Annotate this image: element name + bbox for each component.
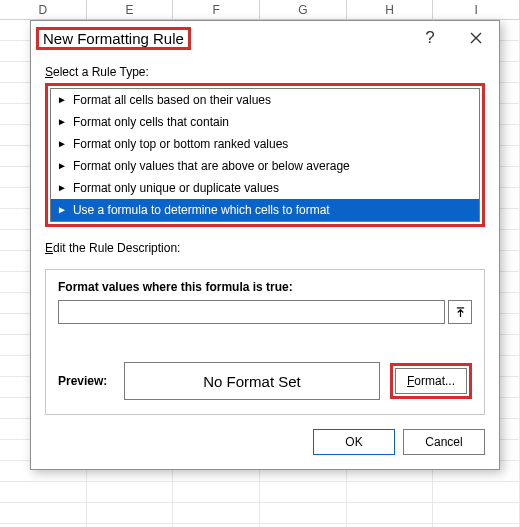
collapse-dialog-button[interactable]	[448, 300, 472, 324]
arrow-icon: ►	[57, 183, 67, 193]
cell[interactable]	[87, 503, 174, 523]
close-button[interactable]	[453, 23, 499, 53]
rule-type-item[interactable]: ►Format only top or bottom ranked values	[51, 133, 479, 155]
arrow-icon: ►	[57, 139, 67, 149]
format-button[interactable]: Format...	[395, 368, 467, 394]
rule-type-item[interactable]: ►Use a formula to determine which cells …	[51, 199, 479, 221]
cell[interactable]	[173, 503, 260, 523]
arrow-icon: ►	[57, 95, 67, 105]
rule-type-item[interactable]: ►Format only values that are above or be…	[51, 155, 479, 177]
rule-type-label: Format only values that are above or bel…	[73, 159, 350, 173]
column-header[interactable]: H	[347, 0, 434, 19]
new-formatting-rule-dialog: New Formatting Rule ? Select a Rule Type…	[30, 20, 500, 470]
cancel-button[interactable]: Cancel	[403, 429, 485, 455]
rule-type-list[interactable]: ►Format all cells based on their values►…	[50, 88, 480, 222]
formula-heading: Format values where this formula is true…	[58, 280, 472, 294]
cell[interactable]	[347, 503, 434, 523]
cell[interactable]	[347, 482, 434, 502]
column-header[interactable]: F	[173, 0, 260, 19]
dialog-title: New Formatting Rule	[39, 29, 188, 48]
cell[interactable]	[433, 482, 520, 502]
column-header-row: DEFGHI	[0, 0, 520, 20]
rule-type-item[interactable]: ►Format only cells that contain	[51, 111, 479, 133]
arrow-icon: ►	[57, 205, 67, 215]
cell[interactable]	[0, 482, 87, 502]
collapse-icon	[455, 307, 466, 318]
rule-type-label: Format all cells based on their values	[73, 93, 271, 107]
rule-type-item[interactable]: ►Format only unique or duplicate values	[51, 177, 479, 199]
help-button[interactable]: ?	[407, 23, 453, 53]
rule-type-item[interactable]: ►Format all cells based on their values	[51, 89, 479, 111]
column-header[interactable]: E	[87, 0, 174, 19]
cell[interactable]	[260, 482, 347, 502]
edit-rule-description-label: Edit the Rule Description:	[45, 241, 485, 255]
rule-description-box: Format values where this formula is true…	[45, 269, 485, 415]
cell[interactable]	[173, 482, 260, 502]
close-icon	[470, 32, 482, 44]
cell[interactable]	[87, 482, 174, 502]
rule-type-label: Format only cells that contain	[73, 115, 229, 129]
column-header[interactable]: G	[260, 0, 347, 19]
formula-input[interactable]	[58, 300, 445, 324]
rule-type-label: Format only top or bottom ranked values	[73, 137, 288, 151]
column-header[interactable]: I	[433, 0, 520, 19]
arrow-icon: ►	[57, 117, 67, 127]
cell[interactable]	[260, 503, 347, 523]
rule-type-label: Use a formula to determine which cells t…	[73, 203, 330, 217]
preview-box: No Format Set	[124, 362, 380, 400]
column-header[interactable]: D	[0, 0, 87, 19]
ok-button[interactable]: OK	[313, 429, 395, 455]
dialog-titlebar: New Formatting Rule ?	[31, 21, 499, 55]
arrow-icon: ►	[57, 161, 67, 171]
preview-label: Preview:	[58, 374, 114, 388]
highlight-format-button: Format...	[390, 363, 472, 399]
cell[interactable]	[0, 503, 87, 523]
cell[interactable]	[433, 503, 520, 523]
rule-type-label: Format only unique or duplicate values	[73, 181, 279, 195]
highlight-title: New Formatting Rule	[36, 27, 191, 50]
highlight-rule-list: ►Format all cells based on their values►…	[45, 83, 485, 227]
select-rule-type-label: Select a Rule Type:	[45, 65, 485, 79]
